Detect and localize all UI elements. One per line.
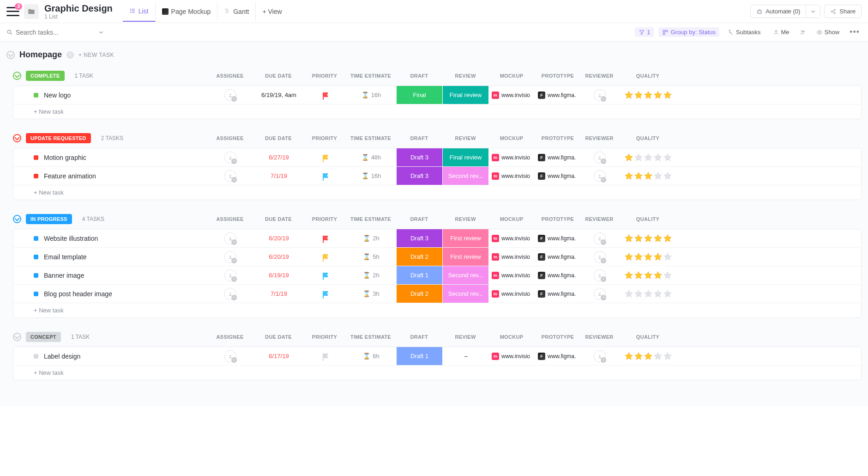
- prototype-link[interactable]: Fwww.figma.: [535, 353, 581, 360]
- review-tag[interactable]: First review: [443, 248, 488, 266]
- mockup-link[interactable]: Inwww.invisio: [489, 272, 535, 279]
- star-icon[interactable]: [663, 171, 672, 181]
- reviewer-cell[interactable]: [581, 269, 618, 281]
- star-icon[interactable]: [653, 91, 663, 100]
- reviewer-cell[interactable]: [581, 350, 618, 362]
- review-tag[interactable]: Second rev...: [443, 167, 488, 185]
- collapse-group-icon[interactable]: [13, 134, 21, 142]
- new-task-row-button[interactable]: + New task: [13, 104, 861, 119]
- due-date-cell[interactable]: 6/19/19: [253, 272, 304, 279]
- assignee-cell[interactable]: [207, 152, 253, 164]
- avatar-placeholder-icon[interactable]: [224, 170, 236, 182]
- reviewer-cell[interactable]: [581, 170, 618, 182]
- quality-rating[interactable]: [618, 234, 678, 243]
- star-icon[interactable]: [634, 289, 643, 299]
- due-date-cell[interactable]: 6/20/19: [253, 235, 304, 242]
- star-icon[interactable]: [653, 171, 663, 181]
- automate-button[interactable]: Automate (0): [750, 5, 806, 18]
- prototype-link[interactable]: Fwww.figma.: [535, 172, 581, 180]
- due-date-cell[interactable]: 6/17/19: [253, 353, 304, 360]
- draft-tag[interactable]: Draft 3: [397, 148, 442, 166]
- time-estimate-cell[interactable]: ⌛48h: [346, 154, 397, 161]
- mockup-link[interactable]: Inwww.invisio: [489, 253, 535, 261]
- star-icon[interactable]: [644, 252, 653, 262]
- avatar-placeholder-icon[interactable]: [224, 89, 236, 101]
- prototype-link[interactable]: Fwww.figma.: [535, 290, 581, 298]
- star-icon[interactable]: [653, 153, 663, 162]
- prototype-link[interactable]: Fwww.figma.: [535, 92, 581, 99]
- folder-icon[interactable]: [24, 4, 39, 19]
- star-icon[interactable]: [653, 352, 663, 361]
- star-icon[interactable]: [644, 352, 653, 361]
- star-icon[interactable]: [634, 91, 643, 100]
- menu-toggle-icon[interactable]: [6, 7, 19, 16]
- reviewer-cell[interactable]: [581, 152, 618, 164]
- task-row[interactable]: Banner image 6/19/19 ⌛2h Draft 1 Second …: [13, 266, 861, 285]
- task-row[interactable]: Website illustration 6/20/19 ⌛2h Draft 3…: [13, 229, 861, 248]
- draft-tag[interactable]: Draft 2: [397, 248, 442, 266]
- star-icon[interactable]: [634, 234, 643, 243]
- quality-rating[interactable]: [618, 252, 678, 262]
- mockup-link[interactable]: Inwww.invisio: [489, 92, 535, 99]
- draft-tag[interactable]: Draft 3: [397, 229, 442, 247]
- new-task-row-button[interactable]: + New task: [13, 185, 861, 200]
- new-task-row-button[interactable]: + New task: [13, 366, 861, 380]
- draft-tag[interactable]: Final: [397, 86, 442, 104]
- group-by-chip[interactable]: Group by: Status: [658, 27, 719, 37]
- quality-rating[interactable]: [618, 91, 678, 100]
- time-estimate-cell[interactable]: ⌛16h: [346, 92, 397, 98]
- collapse-group-icon[interactable]: [13, 215, 21, 223]
- star-icon[interactable]: [644, 91, 653, 100]
- priority-cell[interactable]: [304, 172, 346, 179]
- add-view-button[interactable]: + View: [256, 8, 288, 15]
- avatar-placeholder-icon[interactable]: [594, 170, 606, 182]
- draft-tag[interactable]: Draft 1: [397, 266, 442, 284]
- star-icon[interactable]: [634, 271, 643, 280]
- star-icon[interactable]: [663, 91, 672, 100]
- draft-tag[interactable]: Draft 2: [397, 285, 442, 303]
- task-row[interactable]: Motion graphic 6/27/19 ⌛48h Draft 3 Fina…: [13, 148, 861, 167]
- mockup-link[interactable]: Inwww.invisio: [489, 353, 535, 360]
- due-date-cell[interactable]: 6/27/19: [253, 154, 304, 161]
- task-title[interactable]: Feature animation: [13, 172, 207, 180]
- quality-rating[interactable]: [618, 271, 678, 280]
- star-icon[interactable]: [624, 271, 633, 280]
- task-title[interactable]: Banner image: [13, 272, 207, 279]
- show-toggle[interactable]: Show: [813, 27, 844, 37]
- search-input[interactable]: [16, 29, 94, 36]
- status-toggle[interactable]: IN PROGRESS 4 TASKS: [13, 214, 207, 224]
- assignee-cell[interactable]: [207, 170, 253, 182]
- collapse-group-icon[interactable]: [13, 333, 21, 341]
- avatar-placeholder-icon[interactable]: [594, 232, 606, 244]
- quality-rating[interactable]: [618, 352, 678, 361]
- reviewer-cell[interactable]: [581, 288, 618, 300]
- info-icon[interactable]: i: [66, 51, 74, 59]
- time-estimate-cell[interactable]: ⌛3h: [346, 290, 397, 297]
- status-pill[interactable]: CONCEPT: [26, 332, 61, 342]
- reviewer-cell[interactable]: [581, 232, 618, 244]
- task-title[interactable]: Motion graphic: [13, 154, 207, 161]
- status-toggle[interactable]: UPDATE REQUESTED 2 TASKS: [13, 133, 207, 143]
- collapse-group-icon[interactable]: [13, 72, 21, 80]
- mockup-link[interactable]: Inwww.invisio: [489, 290, 535, 298]
- time-estimate-cell[interactable]: ⌛5h: [346, 253, 397, 260]
- avatar-placeholder-icon[interactable]: [594, 89, 606, 101]
- star-icon[interactable]: [663, 289, 672, 299]
- mockup-link[interactable]: Inwww.invisio: [489, 154, 535, 161]
- avatar-placeholder-icon[interactable]: [594, 152, 606, 164]
- prototype-link[interactable]: Fwww.figma.: [535, 235, 581, 242]
- star-icon[interactable]: [663, 271, 672, 280]
- view-tab-gantt[interactable]: Gantt: [217, 2, 256, 21]
- time-estimate-cell[interactable]: ⌛6h: [346, 353, 397, 360]
- avatar-placeholder-icon[interactable]: [224, 269, 236, 281]
- avatar-placeholder-icon[interactable]: [224, 288, 236, 300]
- collapse-list-icon[interactable]: [6, 51, 15, 59]
- star-icon[interactable]: [663, 153, 672, 162]
- star-icon[interactable]: [653, 289, 663, 299]
- task-title[interactable]: New logo: [13, 92, 207, 99]
- assignees-button[interactable]: [798, 28, 808, 37]
- prototype-link[interactable]: Fwww.figma.: [535, 272, 581, 279]
- priority-cell[interactable]: [304, 92, 346, 98]
- task-title[interactable]: Email template: [13, 253, 207, 261]
- star-icon[interactable]: [644, 234, 653, 243]
